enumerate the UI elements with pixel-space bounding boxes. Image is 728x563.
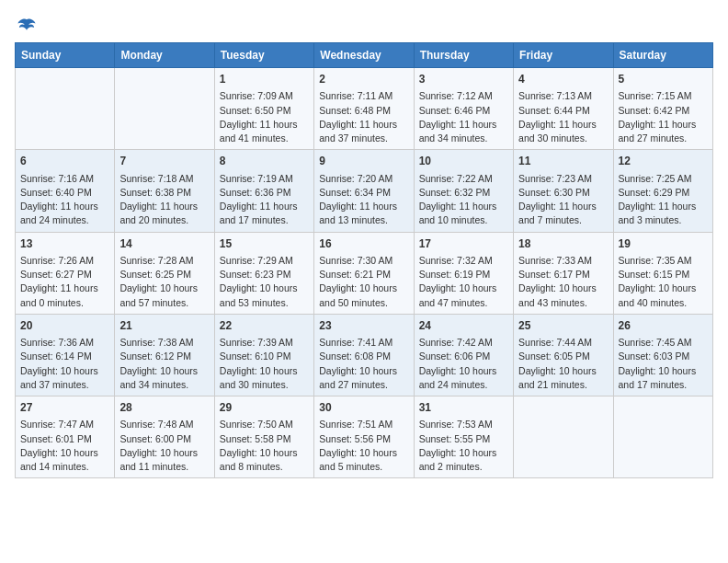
calendar-week-row: 20Sunrise: 7:36 AMSunset: 6:14 PMDayligh… <box>16 314 713 396</box>
day-info: Sunrise: 7:53 AMSunset: 5:55 PMDaylight:… <box>419 418 508 474</box>
day-number: 11 <box>518 154 608 169</box>
day-number: 3 <box>419 72 508 87</box>
header-wednesday: Wednesday <box>314 43 414 68</box>
calendar-cell: 13Sunrise: 7:26 AMSunset: 6:27 PMDayligh… <box>16 232 115 314</box>
calendar-cell <box>613 396 712 478</box>
calendar-cell <box>514 396 613 478</box>
calendar-table: SundayMondayTuesdayWednesdayThursdayFrid… <box>15 42 713 478</box>
calendar-cell: 11Sunrise: 7:23 AMSunset: 6:30 PMDayligh… <box>514 150 613 232</box>
calendar-week-row: 6Sunrise: 7:16 AMSunset: 6:40 PMDaylight… <box>16 150 713 232</box>
day-number: 21 <box>119 318 209 334</box>
calendar-cell: 26Sunrise: 7:45 AMSunset: 6:03 PMDayligh… <box>613 314 712 396</box>
day-number: 31 <box>419 400 508 416</box>
calendar-cell: 30Sunrise: 7:51 AMSunset: 5:56 PMDayligh… <box>314 396 414 478</box>
calendar-cell: 21Sunrise: 7:38 AMSunset: 6:12 PMDayligh… <box>115 314 214 396</box>
day-number: 28 <box>119 400 209 416</box>
calendar-cell: 9Sunrise: 7:20 AMSunset: 6:34 PMDaylight… <box>314 150 414 232</box>
day-number: 23 <box>319 318 408 334</box>
day-info: Sunrise: 7:36 AMSunset: 6:14 PMDaylight:… <box>20 336 109 392</box>
day-number: 16 <box>319 236 408 252</box>
day-info: Sunrise: 7:29 AMSunset: 6:23 PMDaylight:… <box>220 254 309 310</box>
day-number: 19 <box>619 236 708 252</box>
header-sunday: Sunday <box>16 43 115 68</box>
day-info: Sunrise: 7:41 AMSunset: 6:08 PMDaylight:… <box>319 336 408 392</box>
day-info: Sunrise: 7:11 AMSunset: 6:48 PMDaylight:… <box>319 89 408 145</box>
calendar-cell: 6Sunrise: 7:16 AMSunset: 6:40 PMDaylight… <box>16 150 115 232</box>
logo-bird-icon <box>17 15 37 35</box>
day-number: 12 <box>619 154 708 169</box>
calendar-cell: 12Sunrise: 7:25 AMSunset: 6:29 PMDayligh… <box>613 150 712 232</box>
day-info: Sunrise: 7:15 AMSunset: 6:42 PMDaylight:… <box>619 89 708 145</box>
calendar-cell: 19Sunrise: 7:35 AMSunset: 6:15 PMDayligh… <box>613 232 712 314</box>
header-tuesday: Tuesday <box>214 43 313 68</box>
day-number: 25 <box>518 318 608 334</box>
calendar-cell: 23Sunrise: 7:41 AMSunset: 6:08 PMDayligh… <box>314 314 414 396</box>
day-number: 2 <box>319 72 408 87</box>
day-info: Sunrise: 7:35 AMSunset: 6:15 PMDaylight:… <box>619 254 708 310</box>
header-monday: Monday <box>115 43 214 68</box>
day-number: 15 <box>220 236 309 252</box>
day-number: 10 <box>419 154 508 169</box>
day-info: Sunrise: 7:16 AMSunset: 6:40 PMDaylight:… <box>20 172 109 228</box>
calendar-cell: 22Sunrise: 7:39 AMSunset: 6:10 PMDayligh… <box>214 314 313 396</box>
day-info: Sunrise: 7:33 AMSunset: 6:17 PMDaylight:… <box>518 254 608 310</box>
day-number: 20 <box>20 318 109 334</box>
day-number: 17 <box>419 236 508 252</box>
calendar-cell: 10Sunrise: 7:22 AMSunset: 6:32 PMDayligh… <box>414 150 513 232</box>
calendar-cell: 25Sunrise: 7:44 AMSunset: 6:05 PMDayligh… <box>514 314 613 396</box>
day-number: 5 <box>619 72 708 87</box>
header-saturday: Saturday <box>613 43 712 68</box>
day-info: Sunrise: 7:09 AMSunset: 6:50 PMDaylight:… <box>220 89 309 145</box>
calendar-week-row: 1Sunrise: 7:09 AMSunset: 6:50 PMDaylight… <box>16 68 713 150</box>
calendar-cell: 27Sunrise: 7:47 AMSunset: 6:01 PMDayligh… <box>16 396 115 478</box>
header-friday: Friday <box>514 43 613 68</box>
day-number: 14 <box>119 236 209 252</box>
day-info: Sunrise: 7:45 AMSunset: 6:03 PMDaylight:… <box>619 336 708 392</box>
day-number: 13 <box>20 236 109 252</box>
day-number: 1 <box>220 72 309 87</box>
day-info: Sunrise: 7:44 AMSunset: 6:05 PMDaylight:… <box>518 336 608 392</box>
day-number: 7 <box>119 154 209 169</box>
day-info: Sunrise: 7:18 AMSunset: 6:38 PMDaylight:… <box>119 172 209 228</box>
page-header <box>15 15 713 35</box>
calendar-cell: 5Sunrise: 7:15 AMSunset: 6:42 PMDaylight… <box>613 68 712 150</box>
calendar-cell: 7Sunrise: 7:18 AMSunset: 6:38 PMDaylight… <box>115 150 214 232</box>
calendar-cell: 15Sunrise: 7:29 AMSunset: 6:23 PMDayligh… <box>214 232 313 314</box>
calendar-cell: 29Sunrise: 7:50 AMSunset: 5:58 PMDayligh… <box>214 396 313 478</box>
day-info: Sunrise: 7:42 AMSunset: 6:06 PMDaylight:… <box>419 336 508 392</box>
calendar-header-row: SundayMondayTuesdayWednesdayThursdayFrid… <box>16 43 713 68</box>
day-info: Sunrise: 7:26 AMSunset: 6:27 PMDaylight:… <box>20 254 109 310</box>
day-number: 18 <box>518 236 608 252</box>
calendar-cell: 16Sunrise: 7:30 AMSunset: 6:21 PMDayligh… <box>314 232 414 314</box>
calendar-cell: 31Sunrise: 7:53 AMSunset: 5:55 PMDayligh… <box>414 396 513 478</box>
calendar-cell: 24Sunrise: 7:42 AMSunset: 6:06 PMDayligh… <box>414 314 513 396</box>
calendar-week-row: 27Sunrise: 7:47 AMSunset: 6:01 PMDayligh… <box>16 396 713 478</box>
header-thursday: Thursday <box>414 43 513 68</box>
calendar-cell: 8Sunrise: 7:19 AMSunset: 6:36 PMDaylight… <box>214 150 313 232</box>
day-info: Sunrise: 7:20 AMSunset: 6:34 PMDaylight:… <box>319 172 408 228</box>
calendar-cell: 20Sunrise: 7:36 AMSunset: 6:14 PMDayligh… <box>16 314 115 396</box>
day-info: Sunrise: 7:50 AMSunset: 5:58 PMDaylight:… <box>220 418 309 474</box>
calendar-cell: 28Sunrise: 7:48 AMSunset: 6:00 PMDayligh… <box>115 396 214 478</box>
day-info: Sunrise: 7:51 AMSunset: 5:56 PMDaylight:… <box>319 418 408 474</box>
calendar-week-row: 13Sunrise: 7:26 AMSunset: 6:27 PMDayligh… <box>16 232 713 314</box>
calendar-cell: 2Sunrise: 7:11 AMSunset: 6:48 PMDaylight… <box>314 68 414 150</box>
day-info: Sunrise: 7:32 AMSunset: 6:19 PMDaylight:… <box>419 254 508 310</box>
calendar-cell: 18Sunrise: 7:33 AMSunset: 6:17 PMDayligh… <box>514 232 613 314</box>
day-number: 27 <box>20 400 109 416</box>
day-number: 8 <box>220 154 309 169</box>
day-info: Sunrise: 7:12 AMSunset: 6:46 PMDaylight:… <box>419 89 508 145</box>
day-info: Sunrise: 7:25 AMSunset: 6:29 PMDaylight:… <box>619 172 708 228</box>
calendar-cell <box>115 68 214 150</box>
day-info: Sunrise: 7:47 AMSunset: 6:01 PMDaylight:… <box>20 418 109 474</box>
day-info: Sunrise: 7:28 AMSunset: 6:25 PMDaylight:… <box>119 254 209 310</box>
day-info: Sunrise: 7:38 AMSunset: 6:12 PMDaylight:… <box>119 336 209 392</box>
day-number: 24 <box>419 318 508 334</box>
day-info: Sunrise: 7:39 AMSunset: 6:10 PMDaylight:… <box>220 336 309 392</box>
day-info: Sunrise: 7:19 AMSunset: 6:36 PMDaylight:… <box>220 172 309 228</box>
day-info: Sunrise: 7:30 AMSunset: 6:21 PMDaylight:… <box>319 254 408 310</box>
day-number: 29 <box>220 400 309 416</box>
day-number: 26 <box>619 318 708 334</box>
calendar-cell: 17Sunrise: 7:32 AMSunset: 6:19 PMDayligh… <box>414 232 513 314</box>
calendar-cell <box>16 68 115 150</box>
